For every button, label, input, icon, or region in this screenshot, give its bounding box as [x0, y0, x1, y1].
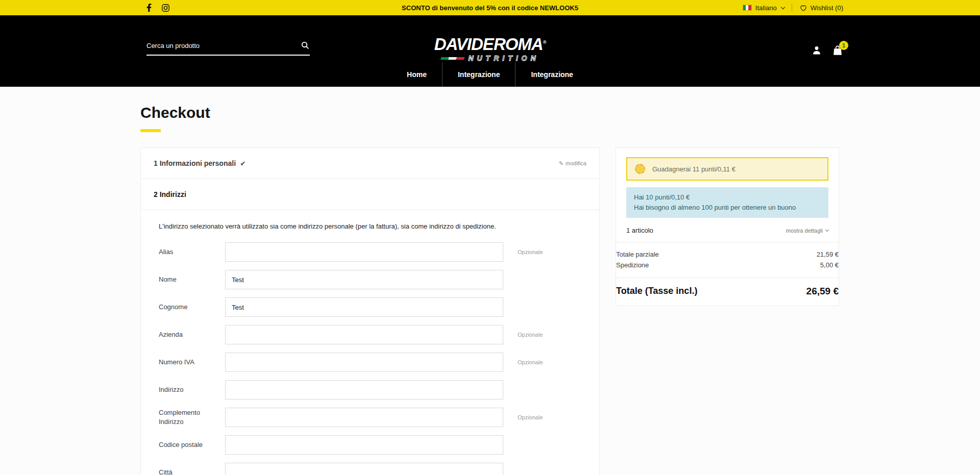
items-count: 1 articolo — [626, 227, 653, 234]
edit-personal-info-link[interactable]: ✎ modifica — [559, 160, 586, 167]
alias-field[interactable] — [225, 242, 503, 262]
numero-iva-label: Numero IVA — [159, 358, 225, 367]
points-needed-text: Hai bisogno di almeno 100 punti per otte… — [634, 203, 821, 213]
codice-postale-label: Codice postale — [159, 440, 225, 449]
citta-label: Città — [159, 468, 225, 475]
form-row-numero-iva: Numero IVA Opzionale — [159, 353, 581, 372]
wishlist-label: Wishlist (0) — [811, 4, 843, 12]
optional-hint: Opzionale — [518, 332, 543, 338]
azienda-field[interactable] — [225, 325, 503, 344]
italian-flag-icon — [743, 5, 752, 11]
indirizzo-label: Indirizzo — [159, 385, 225, 394]
address-form: L'indirizzo selezionato verrà utilizzato… — [141, 210, 599, 475]
order-summary-card: Guadagnerai 11 punti/0,11 € Hai 10 punti… — [616, 147, 839, 306]
cognome-field[interactable] — [225, 297, 503, 317]
instagram-icon[interactable] — [161, 4, 170, 12]
address-form-description: L'indirizzo selezionato verrà utilizzato… — [159, 222, 581, 230]
points-balance-text: Hai 10 punti/0,10 € — [634, 192, 821, 203]
step-addresses-header[interactable]: 2 Indirizzi — [141, 179, 599, 210]
points-earn-banner: Guadagnerai 11 punti/0,11 € — [626, 157, 828, 181]
form-row-alias: Alias Opzionale — [159, 242, 581, 262]
form-row-azienda: Azienda Opzionale — [159, 325, 581, 344]
coin-icon — [635, 164, 645, 174]
form-row-complemento: Complemento Indirizzo Opzionale — [159, 408, 581, 427]
nav-item-home[interactable]: Home — [391, 62, 442, 87]
optional-hint: Opzionale — [518, 414, 543, 420]
site-logo[interactable]: DAVIDEROMA® NUTRITION — [434, 36, 546, 62]
nome-label: Nome — [159, 275, 225, 284]
search-input[interactable] — [146, 42, 301, 49]
wishlist-link[interactable]: Wishlist (0) — [799, 4, 843, 12]
optional-hint: Opzionale — [518, 359, 543, 365]
shipping-row: Spedizione 5,00 € — [616, 260, 839, 271]
topbar-divider — [792, 4, 792, 12]
person-icon — [812, 45, 822, 56]
social-links — [144, 4, 170, 12]
numero-iva-field[interactable] — [225, 353, 503, 372]
form-row-nome: Nome — [159, 270, 581, 289]
form-row-indirizzo: Indirizzo — [159, 380, 581, 399]
check-icon: ✔ — [240, 160, 246, 167]
form-row-cognome: Cognome — [159, 297, 581, 317]
title-underline — [140, 129, 161, 132]
step-personal-info[interactable]: 1 Informazioni personali ✔ ✎ modifica — [141, 148, 599, 179]
step1-title: 1 Informazioni personali — [154, 159, 236, 167]
chevron-down-icon — [780, 5, 785, 9]
main-nav: Home Integrazione Integrazione — [0, 62, 980, 87]
logo-flag-stripe — [440, 57, 465, 60]
optional-hint: Opzionale — [518, 249, 543, 255]
magnifier-icon — [301, 41, 310, 50]
site-header: DAVIDEROMA® NUTRITION 1 Home Integrazion… — [0, 15, 980, 87]
shipping-value: 5,00 € — [820, 260, 839, 271]
subtotal-label: Totale parziale — [616, 249, 659, 260]
language-selector[interactable]: Italiano — [743, 4, 785, 12]
language-label: Italiano — [755, 4, 777, 12]
points-earn-text: Guadagnerai 11 punti/0,11 € — [652, 165, 736, 173]
main-content: Checkout 1 Informazioni personali ✔ ✎ mo… — [0, 87, 980, 475]
step2-title: 2 Indirizzi — [154, 190, 186, 198]
facebook-icon[interactable] — [144, 4, 153, 12]
top-promo-bar: SCONTO di benvenuto del 5% con il codice… — [0, 0, 980, 15]
nav-item-integrazione-2[interactable]: Integrazione — [516, 62, 588, 87]
registered-mark: ® — [543, 40, 546, 45]
cart-count-badge: 1 — [839, 41, 848, 50]
heart-outline-icon — [799, 4, 807, 12]
indirizzo-field[interactable] — [225, 380, 503, 399]
nome-field[interactable] — [225, 270, 503, 289]
alias-label: Alias — [159, 247, 225, 257]
cart-button[interactable]: 1 — [832, 45, 843, 56]
azienda-label: Azienda — [159, 330, 225, 339]
total-row: Totale (Tasse incl.) 26,59 € — [616, 278, 839, 306]
pencil-icon: ✎ — [559, 160, 564, 167]
subtotal-row: Totale parziale 21,59 € — [616, 249, 839, 260]
checkout-steps-card: 1 Informazioni personali ✔ ✎ modifica 2 … — [140, 147, 600, 475]
citta-field[interactable] — [225, 463, 503, 475]
complemento-field[interactable] — [225, 408, 503, 427]
show-details-link[interactable]: mostra dettagli — [786, 228, 828, 234]
form-row-citta: Città — [159, 463, 581, 475]
points-balance-banner: Hai 10 punti/0,10 € Hai bisogno di almen… — [626, 187, 828, 218]
total-value: 26,59 € — [806, 286, 839, 297]
search-bar[interactable] — [146, 41, 310, 56]
nav-item-integrazione-1[interactable]: Integrazione — [443, 62, 515, 87]
chevron-down-icon — [825, 228, 829, 232]
page-title: Checkout — [140, 104, 980, 121]
form-row-codice-postale: Codice postale — [159, 435, 581, 455]
shipping-label: Spedizione — [616, 260, 649, 271]
logo-subtitle: NUTRITION — [468, 54, 539, 62]
complemento-label: Complemento Indirizzo — [159, 408, 225, 426]
cognome-label: Cognome — [159, 303, 225, 312]
codice-postale-field[interactable] — [225, 435, 503, 455]
search-button[interactable] — [301, 41, 310, 50]
promo-banner-text: SCONTO di benvenuto del 5% con il codice… — [402, 4, 578, 12]
edit-label: modifica — [566, 160, 586, 166]
account-button[interactable] — [812, 45, 822, 56]
logo-text: DAVIDEROMA® — [434, 36, 546, 53]
subtotal-value: 21,59 € — [817, 249, 839, 260]
total-label: Totale (Tasse incl.) — [616, 286, 697, 296]
